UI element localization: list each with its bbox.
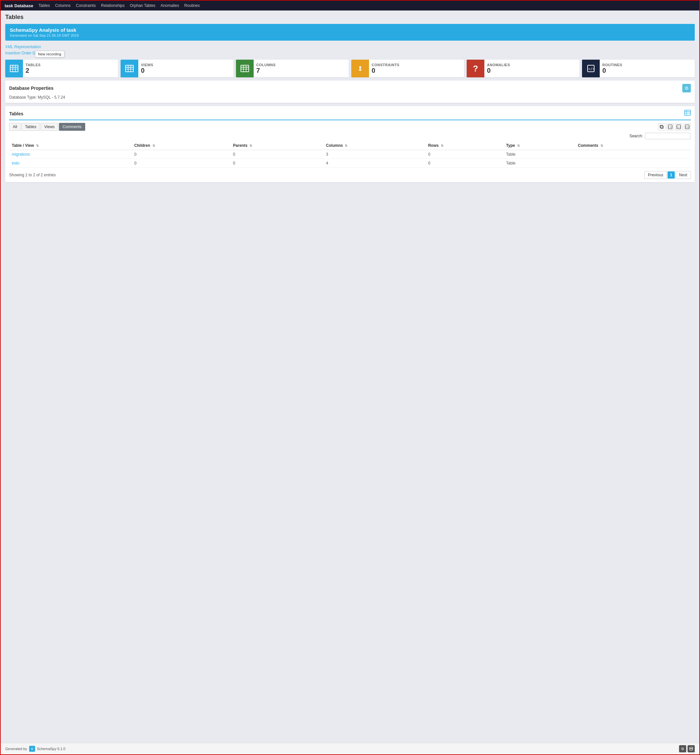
svg-text:PDF: PDF — [686, 126, 689, 128]
footer: Generated by S SchemaSpy 6.1.0 ⚙ — [1, 743, 699, 754]
row-1-name: todo — [9, 159, 132, 168]
row-0-parents: 0 — [230, 150, 323, 159]
sort-icon-parents: ⇅ — [249, 144, 252, 147]
tables-icon — [5, 59, 23, 77]
navbar-brand: task Database — [5, 3, 33, 8]
schemaspy-logo: S — [29, 746, 35, 752]
nav-relationships[interactable]: Relationships — [101, 3, 125, 8]
brand-bold: Database — [14, 3, 33, 8]
columns-label: COLUMNS — [256, 63, 276, 67]
svg-point-15 — [359, 66, 361, 68]
sort-icon-comments: ⇅ — [600, 144, 603, 147]
nav-orphan-tables[interactable]: Orphan Tables — [130, 3, 155, 8]
sort-icon-table-view: ⇅ — [36, 144, 39, 147]
views-icon — [120, 59, 138, 77]
tab-all[interactable]: All — [9, 123, 21, 131]
col-table-view[interactable]: Table / View ⇅ — [9, 141, 132, 150]
sort-icon-type: ⇅ — [517, 144, 520, 147]
col-type[interactable]: Type ⇅ — [503, 141, 575, 150]
data-table: Table / View ⇅ Children ⇅ Parents ⇅ Colu… — [9, 141, 691, 168]
stat-card-anomalies: ? ANOMALIES 0 — [467, 59, 580, 77]
pdf-button[interactable]: PDF — [684, 123, 691, 130]
migrations-link[interactable]: migrations — [12, 152, 30, 156]
tables-section-header: Tables — [9, 109, 691, 120]
columns-icon — [236, 59, 254, 77]
search-label: Search: — [630, 134, 643, 138]
tab-tables[interactable]: Tables — [21, 123, 40, 131]
quick-links: XML Representation Insertion Order Delet… — [5, 44, 695, 56]
navbar: task Database Tables Columns Constraints… — [1, 1, 699, 11]
header-row: Table / View ⇅ Children ⇅ Parents ⇅ Colu… — [9, 141, 691, 150]
views-stat-info: VIEWS 0 — [138, 61, 156, 77]
copy-button[interactable] — [658, 123, 665, 130]
previous-button[interactable]: Previous — [644, 171, 667, 179]
question-mark-icon: ? — [473, 64, 478, 74]
svg-text:</>: </> — [588, 67, 595, 71]
nav-routines[interactable]: Routines — [184, 3, 200, 8]
tab-views[interactable]: Views — [41, 123, 58, 131]
col-comments[interactable]: Comments ⇅ — [575, 141, 691, 150]
sort-icon-columns: ⇅ — [345, 144, 347, 147]
xml-representation-link[interactable]: XML Representation — [5, 44, 695, 50]
search-input[interactable] — [645, 133, 691, 139]
row-1-children: 0 — [132, 159, 230, 168]
insertion-order-link[interactable]: Insertion Order Deletion Order — [5, 50, 695, 56]
routines-label: ROUTINES — [602, 63, 622, 67]
row-1-parents: 0 — [230, 159, 323, 168]
constraints-value: 0 — [372, 67, 400, 74]
constraints-icon — [351, 59, 369, 77]
next-button[interactable]: Next — [675, 171, 691, 179]
stat-card-constraints: CONSTRAINTS 0 — [351, 59, 464, 77]
row-1-rows: 0 — [425, 159, 503, 168]
svg-rect-24 — [661, 126, 663, 128]
row-1-type: Table — [503, 159, 575, 168]
tab-row: All Tables Views Comments CSV XLS PDF — [9, 123, 691, 131]
tables-stat-info: TABLES 2 — [23, 61, 43, 77]
table-header: Table / View ⇅ Children ⇅ Parents ⇅ Colu… — [9, 141, 691, 150]
col-children[interactable]: Children ⇅ — [132, 141, 230, 150]
gear-button[interactable]: ⚙ — [682, 84, 691, 92]
db-properties-section: Database Properties ⚙ Database Type: MyS… — [5, 81, 695, 103]
banner: SchemaSpy Analysis of task Generated on … — [5, 24, 695, 41]
excel-button[interactable]: XLS — [675, 123, 682, 130]
sort-icon-rows: ⇅ — [441, 144, 444, 147]
footer-db-icon[interactable] — [688, 745, 695, 752]
col-columns[interactable]: Columns ⇅ — [323, 141, 426, 150]
current-page: 1 — [667, 171, 675, 178]
stat-card-columns: COLUMNS 7 — [236, 59, 349, 77]
constraints-label: CONSTRAINTS — [372, 63, 400, 67]
tab-comments[interactable]: Comments — [59, 123, 85, 131]
nav-columns[interactable]: Columns — [55, 3, 70, 8]
brand-plain: task — [5, 3, 13, 8]
tables-section-title: Tables — [9, 111, 23, 116]
footer-icons-right: ⚙ — [679, 745, 695, 752]
col-rows[interactable]: Rows ⇅ — [425, 141, 503, 150]
row-0-columns: 3 — [323, 150, 426, 159]
export-icons: CSV XLS PDF — [658, 123, 691, 130]
tables-section: Tables All Tables Views Comments — [5, 106, 695, 182]
columns-value: 7 — [256, 67, 276, 74]
nav-tables[interactable]: Tables — [38, 3, 50, 8]
pagination-buttons: Previous 1 Next — [644, 171, 691, 179]
svg-text:CSV: CSV — [669, 126, 672, 128]
db-type-label: Database Type: MySQL - 5.7.24 — [9, 95, 691, 100]
row-0-type: Table — [503, 150, 575, 159]
todo-link[interactable]: todo — [12, 161, 19, 166]
csv-button[interactable]: CSV — [667, 123, 674, 130]
page-title: Tables — [5, 14, 695, 20]
db-properties-title: Database Properties — [9, 86, 53, 91]
tables-list-icon — [684, 109, 691, 118]
routines-stat-info: ROUTINES 0 — [600, 61, 625, 77]
footer-settings-icon[interactable]: ⚙ — [679, 745, 686, 752]
anomalies-icon: ? — [467, 59, 484, 77]
routines-icon: </> — [582, 59, 600, 77]
stat-cards: TABLES 2 VIEWS 0 — [5, 59, 695, 77]
tables-value: 2 — [25, 67, 41, 74]
row-0-comments — [575, 150, 691, 159]
stat-card-views: VIEWS 0 — [120, 59, 233, 77]
nav-anomalies[interactable]: Anomalies — [161, 3, 179, 8]
table-row: migrations 0 0 3 0 Table — [9, 150, 691, 159]
stat-card-tables: TABLES 2 — [5, 59, 118, 77]
nav-constraints[interactable]: Constraints — [76, 3, 96, 8]
col-parents[interactable]: Parents ⇅ — [230, 141, 323, 150]
